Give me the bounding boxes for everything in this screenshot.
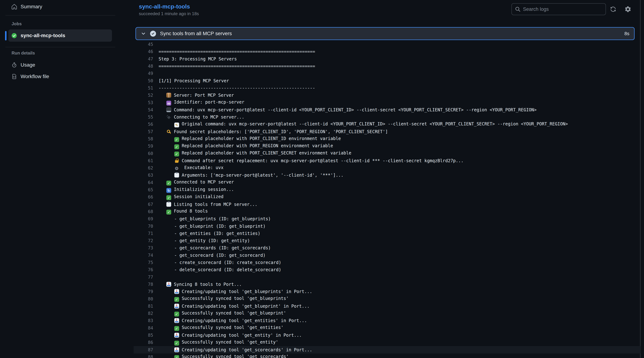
- log-line-number[interactable]: 55: [134, 115, 153, 120]
- log-line-number[interactable]: 69: [134, 216, 153, 221]
- log-step-header[interactable]: Sync tools from all MCP servers 8s: [136, 27, 634, 40]
- log-line-number[interactable]: 52: [134, 93, 153, 98]
- log-line: 83 Creating/updating tool 'get_entities'…: [134, 317, 640, 324]
- log-line-text: - get_scorecard (ID: get_scorecard): [158, 253, 266, 258]
- refresh-logs-button[interactable]: [608, 4, 618, 14]
- log-line-number[interactable]: 57: [134, 129, 153, 134]
- clipboard-emoji-icon: [174, 173, 179, 178]
- log-line-number[interactable]: 59: [134, 144, 153, 149]
- log-line-number[interactable]: 81: [134, 304, 153, 309]
- log-line-number[interactable]: 58: [134, 136, 153, 141]
- log-line: 62 Executable: uvx: [134, 164, 640, 172]
- log-line: 78 Syncing 8 tools to Port...: [134, 281, 640, 288]
- log-line-number[interactable]: 79: [134, 289, 153, 294]
- log-line-number[interactable]: 71: [134, 231, 153, 236]
- log-line-number[interactable]: 82: [134, 311, 153, 316]
- sidebar-item-usage[interactable]: Usage: [12, 60, 35, 70]
- home-icon: [12, 4, 17, 9]
- log-line: 46======================================…: [134, 48, 640, 55]
- log-line-number[interactable]: 64: [134, 180, 153, 185]
- sidebar-item-label: Usage: [20, 62, 35, 68]
- log-line-number[interactable]: 84: [134, 326, 153, 331]
- log-line-text: ----------------------------------------…: [158, 85, 315, 91]
- log-line-number[interactable]: 70: [134, 224, 153, 229]
- log-line-number[interactable]: 75: [134, 260, 153, 265]
- log-line-number[interactable]: 76: [134, 267, 153, 272]
- log-line-number[interactable]: 46: [134, 49, 153, 54]
- step-success-check-icon: [150, 31, 156, 37]
- log-line-text: - get_entity (ID: get_entity): [158, 238, 250, 243]
- log-line: 73 - get_scorecards (ID: get_scorecards): [134, 244, 640, 252]
- log-line: 57 Found secret placeholders: ['PORT_CLI…: [134, 128, 640, 135]
- log-line: 52 Server: Port MCP Server: [134, 92, 640, 99]
- sidebar-item-label: Summary: [20, 4, 42, 9]
- step-duration: 8s: [624, 31, 629, 36]
- log-line-number[interactable]: 47: [134, 56, 153, 61]
- sidebar-item-label: Workflow file: [20, 74, 49, 79]
- log-line-number[interactable]: 85: [134, 333, 153, 338]
- log-line-number[interactable]: 54: [134, 107, 153, 112]
- log-line: 54 Command: uvx mcp-server-port@latest -…: [134, 106, 640, 113]
- log-line-text: Creating/updating tool 'get_blueprint' i…: [158, 304, 310, 309]
- log-line-number[interactable]: 67: [134, 202, 153, 207]
- log-line-text: Arguments: ['mcp-server-port@latest', '-…: [158, 173, 344, 178]
- log-line-number[interactable]: 48: [134, 64, 153, 69]
- sidebar-item-summary[interactable]: Summary: [12, 2, 42, 12]
- log-line-number[interactable]: 74: [134, 253, 153, 258]
- log-line-text: - create_scorecard (ID: create_scorecard…: [158, 260, 281, 265]
- log-line-text: Connecting to MCP server...: [158, 115, 244, 120]
- log-line-number[interactable]: 83: [134, 318, 153, 323]
- log-line-number[interactable]: 88: [134, 355, 153, 358]
- log-line-number[interactable]: 77: [134, 275, 153, 280]
- check-emoji-icon: [166, 195, 171, 200]
- log-line-text: Command after secret replacement: uvx mc…: [158, 158, 464, 163]
- log-line-number[interactable]: 66: [134, 195, 153, 200]
- log-line: 70 - get_blueprint (ID: get_blueprint): [134, 223, 640, 230]
- search-logs-input[interactable]: [523, 6, 602, 12]
- check-emoji-icon: [166, 210, 171, 215]
- log-line-text: Creating/updating tool 'get_blueprints' …: [158, 289, 312, 294]
- log-line: 81 Creating/updating tool 'get_blueprint…: [134, 303, 640, 310]
- log-line: 47Step 3: Processing MCP Servers: [134, 55, 640, 63]
- log-line-text: Listing tools from MCP server...: [158, 202, 257, 207]
- log-line: 64 Connected to MCP server: [134, 179, 640, 186]
- log-line-number[interactable]: 87: [134, 347, 153, 353]
- log-line-number[interactable]: 63: [134, 173, 153, 178]
- log-line: 74 - get_scorecard (ID: get_scorecard): [134, 252, 640, 259]
- check-emoji-icon: [174, 297, 179, 302]
- chevron-down-icon[interactable]: [141, 31, 146, 36]
- sidebar-job-item-sync-all-mcp-tools[interactable]: sync-all-mcp-tools: [8, 29, 112, 42]
- inbox-emoji-icon: [174, 347, 179, 352]
- log-line-number[interactable]: 86: [134, 340, 153, 345]
- log-line-number[interactable]: 78: [134, 282, 153, 287]
- log-line-text: Replaced placeholder with PORT_CLIENT_ID…: [158, 136, 341, 142]
- plug-emoji-icon: [166, 115, 171, 119]
- sidebar-divider: [6, 15, 115, 15]
- log-line-number[interactable]: 62: [134, 165, 153, 171]
- log-line-number[interactable]: 61: [134, 158, 153, 163]
- log-viewer: 4546====================================…: [134, 41, 640, 358]
- log-line-text: - get_entities (ID: get_entities): [158, 231, 260, 236]
- log-line-number[interactable]: 68: [134, 209, 153, 214]
- log-line-number[interactable]: 45: [134, 42, 153, 47]
- log-line: 61 Command after secret replacement: uvx…: [134, 157, 640, 164]
- log-line-number[interactable]: 49: [134, 71, 153, 76]
- log-line: 87 Creating/updating tool 'get_scorecard…: [134, 346, 640, 353]
- log-line-text: Session initialized: [158, 194, 224, 200]
- page-title: sync-all-mcp-tools: [139, 3, 190, 10]
- log-line-number[interactable]: 53: [134, 100, 153, 105]
- log-line-number[interactable]: 56: [134, 122, 153, 127]
- log-line-number[interactable]: 73: [134, 245, 153, 251]
- inbox-emoji-icon: [174, 318, 179, 323]
- sidebar-item-workflow-file[interactable]: Workflow file: [12, 71, 49, 81]
- log-line-number[interactable]: 60: [134, 151, 153, 156]
- inbox-emoji-icon: [166, 282, 171, 287]
- log-line-number[interactable]: 72: [134, 238, 153, 243]
- log-line-number[interactable]: 65: [134, 187, 153, 192]
- log-settings-button[interactable]: [623, 4, 633, 14]
- log-line-number[interactable]: 50: [134, 78, 153, 83]
- log-line-number[interactable]: 51: [134, 85, 153, 91]
- log-line-text: Connected to MCP server: [158, 180, 234, 186]
- log-line-text: Creating/updating tool 'get_entity' in P…: [158, 333, 302, 338]
- log-line-number[interactable]: 80: [134, 297, 153, 302]
